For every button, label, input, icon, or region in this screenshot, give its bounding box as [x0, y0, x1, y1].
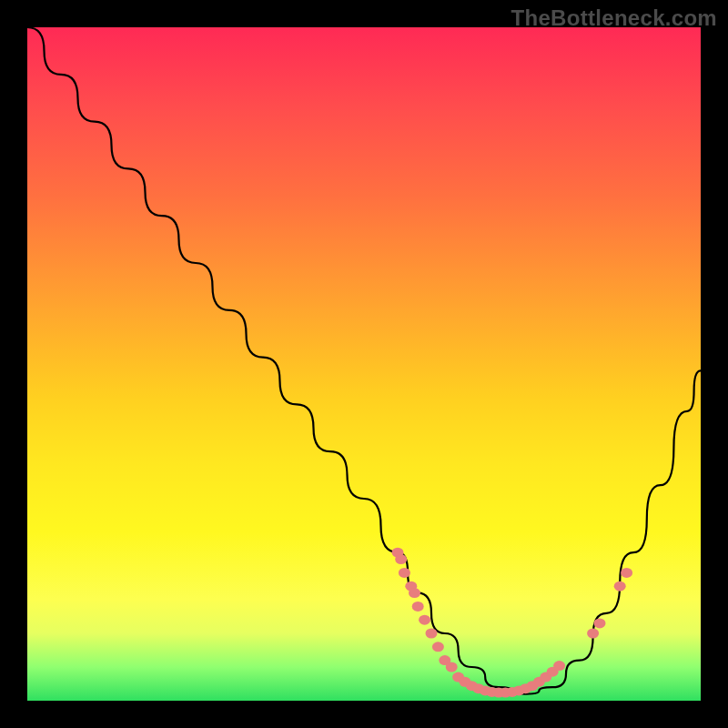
chart-svg	[27, 27, 701, 701]
data-point	[419, 615, 430, 625]
bottleneck-curve	[27, 27, 701, 694]
data-point	[614, 581, 626, 592]
data-point	[399, 568, 410, 578]
data-point	[553, 661, 565, 671]
data-point	[395, 554, 407, 564]
data-point	[621, 568, 632, 578]
data-point	[432, 642, 444, 652]
data-point	[446, 662, 458, 672]
data-points-group	[392, 548, 633, 698]
data-point	[594, 618, 606, 628]
data-point	[412, 602, 424, 612]
data-point	[587, 629, 599, 639]
data-point	[409, 588, 420, 598]
data-point	[426, 629, 438, 639]
